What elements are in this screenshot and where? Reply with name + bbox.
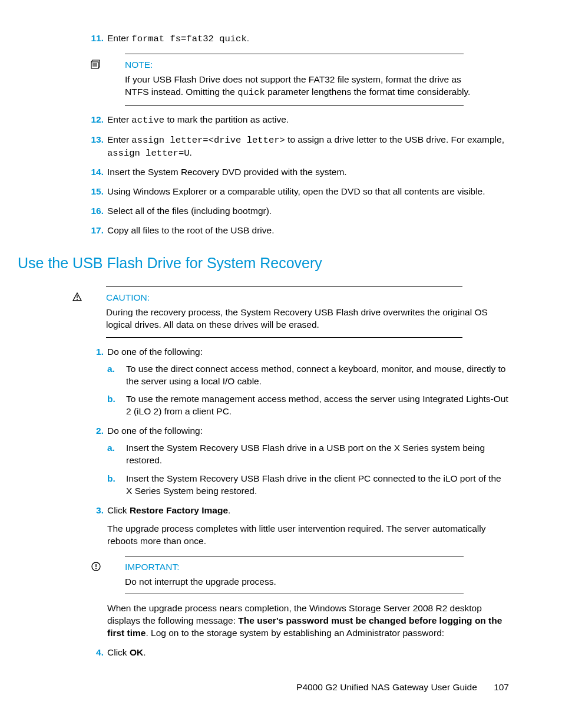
caution-icon: [71, 292, 84, 305]
step-text-suffix: .: [143, 647, 146, 657]
step-number: 12.: [88, 114, 104, 126]
note-body-post: parameter lengthens the format time cons…: [265, 87, 471, 97]
rule: [125, 105, 464, 106]
bottom-section-container: CAUTION: During the recovery process, th…: [88, 286, 509, 659]
step-13: 13. Enter assign letter=<drive letter> t…: [88, 134, 509, 160]
step-number: 2.: [88, 425, 104, 437]
rule: [125, 54, 464, 54]
ordered-list-top-cont: 12. Enter active to mark the partition a…: [88, 114, 509, 237]
step-number: 3.: [88, 505, 104, 517]
note-body: If your USB Flash Drive does not support…: [125, 74, 480, 99]
important-body: Do not interrupt the upgrade process.: [125, 576, 480, 588]
substep-b: b. To use the remote management access m…: [107, 393, 509, 418]
substep-letter: b.: [107, 473, 120, 485]
step-16: 16. Select all of the files (including b…: [88, 205, 509, 218]
substeps: a. To use the direct connect access meth…: [107, 363, 509, 419]
step-text-suffix: to mark the partition as active.: [164, 114, 289, 124]
para-post: . Log on to the storage system by establ…: [146, 628, 444, 638]
ordered-list-bottom-cont: 4. Click OK.: [88, 647, 509, 659]
substep-letter: a.: [107, 363, 120, 375]
step-text: Do one of the following:: [107, 426, 203, 436]
step-number: 14.: [88, 166, 104, 179]
after-important-paragraph: When the upgrade process nears completio…: [107, 602, 509, 640]
rule: [106, 337, 462, 338]
note-block: NOTE: If your USB Flash Drive does not s…: [107, 54, 509, 106]
rule: [106, 286, 462, 287]
step-code: assign letter=U: [107, 148, 190, 159]
note-heading: NOTE:: [125, 59, 509, 71]
ordered-list-bottom: 1. Do one of the following: a. To use th…: [88, 346, 509, 548]
step-text-suffix: .: [190, 147, 192, 157]
note-body-code: quick: [237, 87, 265, 98]
step-text-prefix: Click: [107, 505, 130, 515]
caution-heading: CAUTION:: [106, 292, 509, 304]
step-text-prefix: Enter: [107, 114, 131, 124]
substep-a: a. To use the direct connect access meth…: [107, 363, 509, 388]
important-block: IMPORTANT: Do not interrupt the upgrade …: [107, 556, 509, 595]
section-heading: Use the USB Flash Drive for System Recov…: [18, 253, 509, 274]
step-paragraph: The upgrade process completes with littl…: [107, 523, 509, 548]
caution-body: During the recovery process, the System …: [106, 307, 497, 331]
substep-text: Insert the System Recovery USB Flash dri…: [126, 443, 485, 465]
rule: [125, 556, 464, 556]
step-text: Do one of the following:: [107, 347, 203, 357]
substep-b: b. Insert the System Recovery USB Flash …: [107, 473, 509, 498]
step-15: 15. Using Windows Explorer or a comparab…: [88, 186, 509, 198]
important-heading: IMPORTANT:: [125, 561, 509, 574]
step-text-bold: Restore Factory Image: [130, 505, 228, 515]
step-number: 1.: [88, 346, 104, 358]
step-2: 2. Do one of the following: a. Insert th…: [88, 425, 509, 498]
substep-a: a. Insert the System Recovery USB Flash …: [107, 442, 509, 467]
step-number: 4.: [88, 647, 104, 659]
step-text-suffix: .: [228, 505, 230, 515]
page: 11. Enter format fs=fat32 quick. NOTE: I…: [0, 0, 562, 728]
substep-text: To use the remote management access meth…: [126, 394, 508, 416]
footer-title: P4000 G2 Unified NAS Gateway User Guide: [296, 682, 477, 692]
substep-letter: b.: [107, 393, 120, 406]
step-text-suffix: .: [247, 33, 249, 43]
page-footer: P4000 G2 Unified NAS Gateway User Guide …: [296, 681, 509, 694]
step-code: assign letter=<drive letter>: [131, 135, 285, 146]
substep-text: To use the direct connect access method,…: [126, 364, 505, 386]
step-text-prefix: Click: [107, 647, 130, 657]
ordered-list-top: 11. Enter format fs=fat32 quick.: [88, 32, 509, 45]
step-number: 15.: [88, 186, 104, 198]
step-number: 17.: [88, 225, 104, 237]
step-17: 17. Copy all files to the root of the US…: [88, 225, 509, 237]
step-text: Copy all files to the root of the USB dr…: [107, 225, 274, 235]
step-text: Insert the System Recovery DVD provided …: [107, 167, 347, 177]
caution-block: CAUTION: During the recovery process, th…: [88, 286, 509, 338]
substep-text: Insert the System Recovery USB Flash dri…: [126, 473, 501, 496]
step-1: 1. Do one of the following: a. To use th…: [88, 346, 509, 419]
svg-point-9: [95, 568, 97, 569]
step-code: active: [131, 115, 164, 126]
svg-point-6: [77, 299, 78, 300]
step-text: Using Windows Explorer or a comparable u…: [107, 186, 485, 196]
step-3: 3. Click Restore Factory Image. The upgr…: [88, 505, 509, 548]
step-12: 12. Enter active to mark the partition a…: [88, 114, 509, 127]
step-11: 11. Enter format fs=fat32 quick.: [88, 32, 509, 45]
step-number: 11.: [88, 32, 104, 45]
substeps: a. Insert the System Recovery USB Flash …: [107, 442, 509, 498]
substep-letter: a.: [107, 442, 120, 454]
step-number: 16.: [88, 205, 104, 218]
step-14: 14. Insert the System Recovery DVD provi…: [88, 166, 509, 179]
note-icon: [90, 60, 103, 73]
step-text-bold: OK: [130, 647, 143, 657]
step-number: 13.: [88, 134, 104, 146]
page-number: 107: [494, 681, 509, 694]
important-icon: [90, 562, 103, 575]
rule: [125, 594, 464, 594]
step-text-prefix: Enter: [107, 33, 131, 43]
step-4: 4. Click OK.: [88, 647, 509, 659]
step-code: format fs=fat32 quick: [131, 34, 246, 44]
step-text-prefix: Enter: [107, 134, 131, 144]
top-steps-container: 11. Enter format fs=fat32 quick. NOTE: I…: [88, 32, 509, 237]
step-text-mid: to assign a drive letter to the USB driv…: [285, 134, 504, 144]
step-text: Select all of the files (including bootm…: [107, 206, 272, 216]
